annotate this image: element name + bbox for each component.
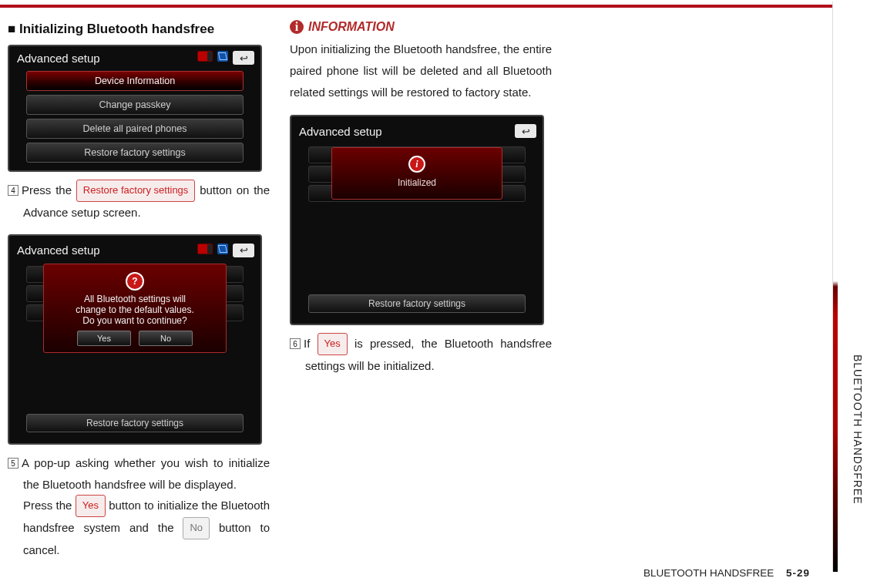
popup-yes-button[interactable]: Yes	[77, 331, 131, 346]
popup-line-1: All Bluetooth settings will	[50, 294, 220, 304]
panel-status-icons-2: ↩	[197, 244, 254, 257]
step-number-6: 6	[290, 338, 301, 349]
side-tab-stripe	[832, 2, 838, 572]
yes-chip: Yes	[76, 495, 106, 517]
panel-title-3: Advanced setup	[299, 125, 382, 138]
column-left: ■ Initializing Bluetooth handsfree Advan…	[8, 17, 270, 572]
menu-restore-factory[interactable]: Restore factory settings	[26, 143, 244, 163]
step-6: 6If Yes is pressed, the Bluetooth handsf…	[290, 333, 552, 377]
panel-header-3: Advanced setup ↩	[291, 119, 543, 144]
information-heading: i INFORMATION	[290, 20, 552, 34]
panel-title-2: Advanced setup	[17, 244, 100, 257]
page-number: 5-29	[786, 567, 810, 579]
section-heading: ■ Initializing Bluetooth handsfree	[8, 22, 270, 37]
step-number-4: 4	[8, 185, 18, 196]
yes-chip-2: Yes	[318, 333, 348, 355]
panel-header: Advanced setup ↩	[9, 46, 260, 71]
panel-status-icons: ↩	[197, 51, 254, 65]
info-ball-icon: i	[408, 156, 425, 173]
no-chip: No	[183, 517, 210, 539]
initialized-bottom-row: Restore factory settings	[308, 294, 526, 313]
restore-factory-chip: Restore factory settings	[76, 180, 196, 202]
popup-bottom-row: Restore factory settings	[26, 414, 244, 432]
step-6-text-a: If	[304, 337, 318, 350]
popup-buttons: Yes No	[50, 331, 220, 346]
menu-list: Device Information Change passkey Delete…	[9, 71, 260, 163]
information-body: Upon initializing the Bluetooth handsfre…	[290, 39, 552, 102]
step-4: 4Press the Restore factory settings butt…	[8, 180, 270, 223]
panel-title: Advanced setup	[17, 52, 100, 65]
popup-no-button[interactable]: No	[139, 331, 193, 346]
battery-icon	[197, 244, 213, 254]
step-number-5: 5	[8, 458, 18, 469]
advanced-setup-panel: Advanced setup ↩ Device Information Chan…	[8, 45, 262, 172]
step-5-text-a: A pop-up asking whether you wish to init…	[22, 456, 270, 491]
step-4-text-a: Press the	[22, 183, 76, 197]
popup-line-3: Do you want to continue?	[50, 315, 220, 326]
menu-delete-paired[interactable]: Delete all paired phones	[26, 119, 244, 139]
popup-line-2: change to the default values.	[50, 304, 220, 315]
back-icon[interactable]: ↩	[515, 124, 536, 138]
question-icon: ?	[126, 272, 144, 291]
initialized-popup: i Initialized	[331, 147, 502, 200]
initialized-panel: Advanced setup ↩ i Initialized Restore f…	[290, 115, 544, 325]
panel-status-icons-3: ↩	[515, 124, 536, 138]
confirm-popup: ? All Bluetooth settings will change to …	[43, 264, 227, 353]
battery-icon	[197, 51, 213, 62]
top-rule	[0, 5, 835, 8]
bluetooth-icon	[217, 244, 228, 254]
page-columns: ■ Initializing Bluetooth handsfree Advan…	[0, 17, 817, 572]
panel-header-2: Advanced setup ↩	[9, 239, 260, 264]
menu-device-information[interactable]: Device Information	[26, 71, 244, 91]
initialized-label: Initialized	[338, 177, 496, 188]
page-footer: BLUETOOTH HANDSFREE 5-29	[643, 567, 810, 579]
step-5-text-b1: Press the	[23, 499, 76, 512]
info-icon: i	[290, 20, 304, 34]
step-5: 5A pop-up asking whether you wish to ini…	[8, 452, 270, 561]
bluetooth-icon	[217, 51, 228, 62]
column-right: i INFORMATION Upon initializing the Blue…	[290, 17, 552, 572]
side-tab-label: BLUETOOTH HANDSFREE	[852, 354, 864, 505]
information-title: INFORMATION	[308, 20, 395, 34]
menu-change-passkey[interactable]: Change passkey	[26, 95, 244, 115]
back-icon[interactable]: ↩	[233, 51, 254, 65]
footer-label: BLUETOOTH HANDSFREE	[643, 567, 774, 579]
restore-confirm-panel: Advanced setup ↩ ? All Bluetooth setting…	[8, 234, 262, 445]
back-icon[interactable]: ↩	[233, 244, 254, 257]
